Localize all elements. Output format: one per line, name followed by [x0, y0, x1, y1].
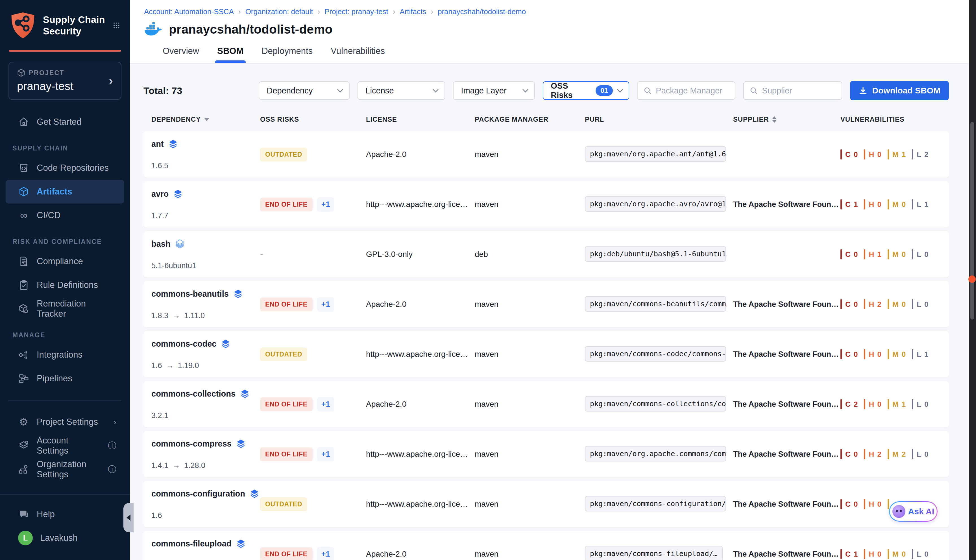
column-label: VULNERABILITIES	[841, 115, 904, 123]
sidebar-item-pipelines[interactable]: Pipelines	[6, 367, 124, 390]
package-manager-search[interactable]	[656, 86, 729, 95]
table-row-commons-fileupload[interactable]: commons-fileuploadEND OF LIFE+1Apache-2.…	[143, 531, 949, 560]
purl-chip[interactable]: pkg:maven/commons-beanutils/comm…	[585, 296, 726, 312]
vulnerabilities-cell: C 0H 0M 0L 1	[841, 349, 942, 359]
purl-chip[interactable]: pkg:maven/org.apache.avro/avro@1…	[585, 196, 726, 212]
current-version: 1.8.3	[151, 311, 169, 320]
sidebar-section-manage: MANAGE	[0, 321, 130, 343]
download-sbom-label: Download SBOM	[872, 86, 941, 95]
purl-chip[interactable]: pkg:maven/org.apache.ant/ant@1.6…	[585, 146, 726, 162]
breadcrumb-link-project-pranay-test[interactable]: Project: pranay-test	[324, 7, 388, 16]
download-sbom-button[interactable]: Download SBOM	[850, 81, 949, 100]
sidebar-item-remediation-tracker[interactable]: Remediation Tracker	[6, 297, 124, 321]
breadcrumb-link-organization-default[interactable]: Organization: default	[245, 7, 313, 16]
sidebar-item-project-settings[interactable]: ⚙Project Settings›	[6, 410, 124, 434]
vulnerabilities-cell: C 1H 0M 0L 0	[841, 549, 942, 559]
sidebar-item-get-started[interactable]: Get Started	[6, 110, 124, 134]
vuln-count-l: L 0	[912, 549, 934, 559]
info-icon: ⓘ	[108, 464, 116, 475]
sidebar-item-label: Get Started	[37, 117, 82, 127]
sidebar-item-rule-definitions[interactable]: Rule Definitions	[6, 273, 124, 297]
tab-deployments[interactable]: Deployments	[262, 46, 313, 63]
purl-chip[interactable]: pkg:maven/commons-collections/co…	[585, 396, 726, 412]
severity-count-label: C 0	[845, 450, 858, 459]
severity-count-label: M 2	[893, 450, 906, 459]
dependency-version: 3.2.1	[151, 411, 260, 420]
dependency-version: 1.8.3→1.11.0	[151, 311, 260, 320]
more-risks-chip[interactable]: +1	[317, 197, 334, 212]
user-menu[interactable]: L Lavakush	[6, 526, 124, 550]
package-manager-cell: maven	[475, 200, 585, 209]
sidebar-item-account-settings[interactable]: Account Settingsⓘ	[6, 434, 124, 458]
column-label: DEPENDENCY	[151, 115, 201, 123]
sidebar-item-compliance[interactable]: Compliance	[6, 250, 124, 273]
dependency-version: 1.6	[151, 511, 260, 520]
sidebar-item-ci-cd[interactable]: ∞CI/CD	[6, 203, 124, 227]
breadcrumb-link-pranaycshah-todolist-demo[interactable]: pranaycshah/todolist-demo	[438, 7, 526, 16]
vuln-count-h: H 0	[864, 499, 887, 509]
sort-toggle-icon[interactable]	[772, 116, 777, 123]
table-row-commons-compress[interactable]: commons-compress1.4.1→1.28.0END OF LIFE+…	[143, 431, 949, 477]
filter-dropdown-license[interactable]: License	[357, 81, 445, 100]
tab-sbom[interactable]: SBOM	[217, 46, 244, 63]
table-row-avro[interactable]: avro1.7.7END OF LIFE+1http---www.apache.…	[143, 181, 949, 228]
sidebar-item-code-repositories[interactable]: Code Repositories	[6, 156, 124, 180]
oss-risks-cell: END OF LIFE+1	[260, 447, 366, 462]
filter-dropdown-dependency[interactable]: Dependency	[259, 81, 350, 100]
ask-ai-button[interactable]: Ask AI	[889, 501, 938, 522]
breadcrumb-link-artifacts[interactable]: Artifacts	[400, 7, 426, 16]
org-gear-icon	[18, 464, 29, 475]
current-version: 1.6.5	[151, 162, 169, 170]
purl-chip[interactable]: pkg:maven/commons-fileupload/…	[585, 546, 723, 560]
purl-chip[interactable]: pkg:deb/ubuntu/bash@5.1-6ubuntu1	[585, 246, 726, 262]
severity-bar	[912, 199, 913, 210]
more-risks-chip[interactable]: +1	[317, 447, 334, 462]
scrollbar-thumb[interactable]	[970, 122, 974, 320]
sidebar-item-integrations[interactable]: Integrations	[6, 343, 124, 367]
table-row-bash[interactable]: bash5.1-6ubuntu1-GPL-3.0-onlydebpkg:deb/…	[143, 231, 949, 277]
table-row-commons-beanutils[interactable]: commons-beanutils1.8.3→1.11.0END OF LIFE…	[143, 281, 949, 327]
severity-count-label: L 1	[917, 200, 929, 209]
package-manager-search-box	[637, 81, 736, 100]
severity-count-label: M 1	[893, 400, 906, 409]
column-label: LICENSE	[366, 115, 397, 123]
table-row-commons-configuration[interactable]: commons-configuration1.6OUTDATEDhttp---w…	[143, 481, 949, 527]
gear-icon: ⚙	[18, 416, 29, 428]
app-switcher-grid-icon[interactable]	[113, 20, 120, 31]
license-cell: Apache-2.0	[366, 550, 475, 558]
more-risks-chip[interactable]: +1	[317, 397, 334, 412]
supplier-cell: The Apache Software Foun…	[733, 450, 841, 459]
column-header-license: LICENSE	[366, 115, 475, 123]
more-risks-chip[interactable]: +1	[317, 297, 334, 312]
sidebar-collapse-handle[interactable]	[123, 503, 133, 532]
dependency-version: 1.6.5	[151, 162, 260, 170]
purl-chip[interactable]: pkg:maven/commons-codec/commons-…	[585, 346, 726, 362]
tab-vulnerabilities[interactable]: Vulnerabilities	[331, 46, 385, 63]
filter-dropdown-oss-risks[interactable]: OSS Risks01	[543, 81, 629, 100]
table-row-commons-codec[interactable]: commons-codec1.6→1.19.0OUTDATEDhttp---ww…	[143, 331, 949, 377]
filter-dropdown-image-layer[interactable]: Image Layer	[453, 81, 535, 100]
more-risks-chip[interactable]: +1	[317, 547, 334, 560]
purl-chip[interactable]: pkg:maven/commons-configuration/…	[585, 496, 726, 512]
dependency-name: commons-compress	[151, 439, 232, 448]
sidebar-item-help[interactable]: ? Help	[6, 502, 124, 526]
project-selector[interactable]: PROJECT pranay-test ›	[8, 62, 122, 100]
oss-risks-cell: END OF LIFE+1	[260, 197, 366, 212]
vuln-count-h: H 2	[864, 449, 887, 459]
tab-overview[interactable]: Overview	[163, 46, 199, 63]
sidebar-item-artifacts[interactable]: Artifacts	[6, 180, 124, 203]
box-wrench-icon	[18, 303, 29, 315]
sort-descending-icon[interactable]	[204, 118, 209, 121]
supplier-search[interactable]	[762, 86, 836, 95]
download-icon	[859, 86, 868, 95]
severity-bar	[841, 549, 842, 559]
severity-count-label: L 2	[917, 150, 929, 159]
filter-label: License	[365, 86, 394, 95]
breadcrumb-link-account-automation-ssca[interactable]: Account: Automation-SSCA	[144, 7, 234, 16]
table-row-commons-collections[interactable]: commons-collections3.2.1END OF LIFE+1Apa…	[143, 381, 949, 427]
sidebar-item-organization-settings[interactable]: Organization Settingsⓘ	[6, 458, 124, 481]
purl-chip[interactable]: pkg:maven/org.apache.commons/com…	[585, 446, 726, 462]
vuln-count-l: L 1	[912, 349, 934, 359]
table-row-ant[interactable]: ant1.6.5OUTDATEDApache-2.0mavenpkg:maven…	[143, 131, 949, 178]
vertical-scrollbar[interactable]	[969, 0, 976, 560]
